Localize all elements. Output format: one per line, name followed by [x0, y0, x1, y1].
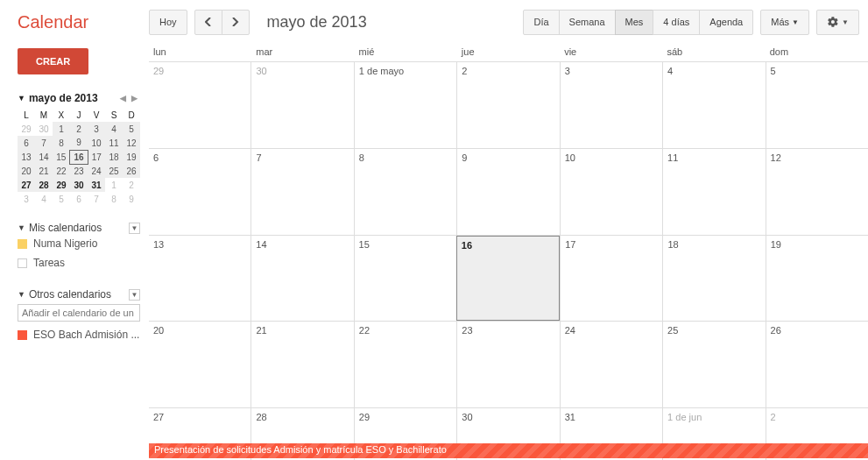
- day-cell[interactable]: 11: [662, 149, 765, 235]
- next-button[interactable]: [222, 10, 250, 35]
- mini-day[interactable]: 3: [88, 122, 105, 136]
- mini-day[interactable]: 30: [35, 122, 53, 136]
- mini-day[interactable]: 10: [88, 136, 105, 150]
- day-cell[interactable]: 4: [662, 62, 765, 148]
- mini-day[interactable]: 28: [35, 178, 53, 192]
- mini-day[interactable]: 19: [123, 150, 140, 164]
- mini-day[interactable]: 21: [35, 164, 53, 178]
- day-cell[interactable]: 3: [560, 62, 662, 148]
- day-cell[interactable]: 2: [456, 62, 559, 148]
- mini-day[interactable]: 27: [18, 178, 35, 192]
- day-cell[interactable]: 21: [251, 322, 353, 407]
- nav-arrows: [194, 10, 250, 35]
- prev-button[interactable]: [194, 10, 222, 35]
- day-header: mar: [251, 44, 354, 61]
- mini-next-button[interactable]: ▶: [129, 94, 140, 103]
- view-button-agenda[interactable]: Agenda: [699, 10, 753, 35]
- week-row: 20212223242526: [149, 322, 868, 408]
- today-button[interactable]: Hoy: [149, 10, 187, 35]
- day-cell[interactable]: 13: [149, 236, 251, 322]
- view-button-día[interactable]: Día: [523, 10, 559, 35]
- day-cell[interactable]: 9: [456, 149, 559, 235]
- calendar-item[interactable]: Numa Nigerio: [18, 234, 140, 253]
- mini-day[interactable]: 7: [35, 136, 53, 150]
- day-cell[interactable]: 7: [251, 149, 353, 235]
- mini-day[interactable]: 16: [70, 150, 88, 164]
- other-calendars-menu[interactable]: ▼: [129, 289, 140, 301]
- mini-day[interactable]: 31: [88, 178, 105, 192]
- mini-day[interactable]: 29: [53, 178, 70, 192]
- day-cell[interactable]: 23: [456, 322, 559, 407]
- mini-day[interactable]: 1: [105, 178, 123, 192]
- calendar-item[interactable]: ESO Bach Admisión ...: [18, 325, 140, 344]
- mini-day[interactable]: 6: [18, 136, 35, 150]
- day-header: mié: [355, 44, 457, 61]
- mini-day[interactable]: 11: [105, 136, 123, 150]
- mini-day[interactable]: 4: [35, 192, 53, 206]
- mini-day[interactable]: 8: [53, 136, 70, 150]
- mini-day[interactable]: 12: [123, 136, 140, 150]
- day-cell[interactable]: 24: [560, 322, 662, 407]
- day-cell[interactable]: 8: [354, 149, 456, 235]
- collapse-icon[interactable]: ▼: [18, 290, 25, 299]
- day-cell[interactable]: 19: [766, 236, 868, 322]
- day-cell[interactable]: 6: [149, 149, 251, 235]
- mini-day[interactable]: 6: [70, 192, 88, 206]
- mini-day[interactable]: 23: [70, 164, 88, 178]
- mini-day[interactable]: 26: [123, 164, 140, 178]
- mini-day[interactable]: 9: [123, 192, 140, 206]
- day-cell[interactable]: 10: [560, 149, 662, 235]
- collapse-icon[interactable]: ▼: [18, 223, 25, 232]
- mini-dow: X: [53, 108, 70, 122]
- mini-day[interactable]: 7: [88, 192, 105, 206]
- day-cell[interactable]: 25: [662, 322, 765, 407]
- day-cell[interactable]: 5: [766, 62, 868, 148]
- mini-day[interactable]: 2: [123, 178, 140, 192]
- add-calendar-input[interactable]: [18, 304, 140, 322]
- day-cell[interactable]: 16: [456, 236, 560, 322]
- mini-prev-button[interactable]: ◀: [117, 94, 129, 103]
- mini-day[interactable]: 3: [18, 192, 35, 206]
- day-cell[interactable]: 12: [766, 149, 868, 235]
- calendar-color-icon: [18, 330, 27, 340]
- mini-day[interactable]: 1: [53, 122, 70, 136]
- day-cell[interactable]: 22: [354, 322, 456, 407]
- day-cell[interactable]: 20: [149, 322, 251, 407]
- mini-day[interactable]: 5: [53, 192, 70, 206]
- view-button-mes[interactable]: Mes: [615, 10, 654, 35]
- day-cell[interactable]: 17: [560, 236, 662, 322]
- mini-day[interactable]: 17: [88, 150, 105, 164]
- more-button[interactable]: Más ▼: [760, 10, 809, 35]
- mini-day[interactable]: 22: [53, 164, 70, 178]
- mini-day[interactable]: 15: [53, 150, 70, 164]
- my-calendars-menu[interactable]: ▼: [129, 223, 140, 234]
- mini-day[interactable]: 25: [105, 164, 123, 178]
- mini-day[interactable]: 18: [105, 150, 123, 164]
- mini-day[interactable]: 4: [105, 122, 123, 136]
- mini-day[interactable]: 2: [70, 122, 88, 136]
- collapse-icon[interactable]: ▼: [18, 94, 25, 103]
- mini-day[interactable]: 14: [35, 150, 53, 164]
- calendar-item[interactable]: Tareas: [18, 253, 140, 272]
- day-cell[interactable]: 29: [149, 62, 251, 148]
- day-cell[interactable]: 18: [662, 236, 765, 322]
- event-bar[interactable]: Presentación de solicitudes Admisión y m…: [149, 443, 868, 458]
- mini-day[interactable]: 24: [88, 164, 105, 178]
- day-cell[interactable]: 30: [251, 62, 353, 148]
- day-cell[interactable]: 15: [354, 236, 456, 322]
- mini-day[interactable]: 5: [123, 122, 140, 136]
- sidebar: CREAR ▼ mayo de 2013 ◀ ▶ LMXJVSD29301234…: [0, 44, 149, 460]
- day-cell[interactable]: 1 de mayo: [354, 62, 456, 148]
- mini-day[interactable]: 20: [18, 164, 35, 178]
- mini-day[interactable]: 9: [70, 136, 88, 150]
- mini-day[interactable]: 13: [18, 150, 35, 164]
- view-button-4 días[interactable]: 4 días: [653, 10, 700, 35]
- mini-day[interactable]: 29: [18, 122, 35, 136]
- day-cell[interactable]: 14: [251, 236, 353, 322]
- settings-button[interactable]: ▼: [816, 10, 859, 35]
- day-cell[interactable]: 26: [766, 322, 868, 407]
- mini-day[interactable]: 8: [105, 192, 123, 206]
- create-button[interactable]: CREAR: [18, 48, 88, 74]
- view-button-semana[interactable]: Semana: [559, 10, 616, 35]
- mini-day[interactable]: 30: [70, 178, 88, 192]
